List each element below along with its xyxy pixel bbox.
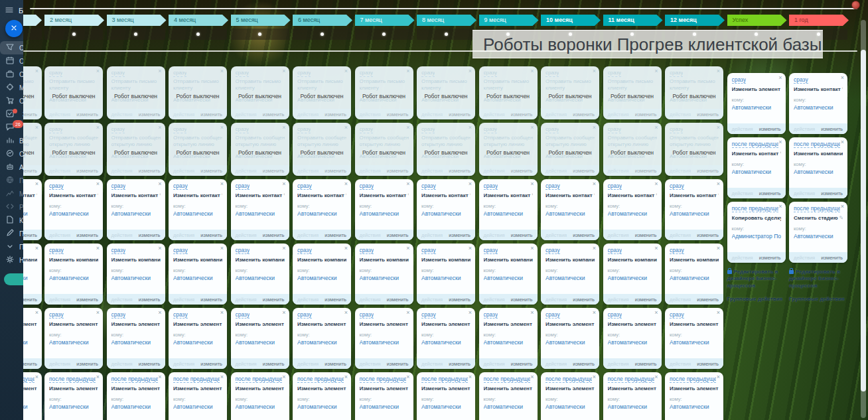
robot-edit-link[interactable]: изменить <box>76 111 98 117</box>
robot-actions-link[interactable]: действия <box>545 361 567 367</box>
card-close-icon[interactable]: × <box>158 124 161 131</box>
robot-assignee-link[interactable]: Автоматически <box>484 339 533 346</box>
robot-assignee-link[interactable]: Автоматически <box>670 275 719 281</box>
card-close-icon[interactable]: × <box>96 124 100 131</box>
robot-actions-link[interactable]: действия <box>111 232 133 238</box>
robot-trigger-link[interactable]: после предыдущего, п... <box>484 376 530 383</box>
card-close-icon[interactable]: × <box>593 68 596 74</box>
robot-edit-link[interactable]: изменить <box>449 232 470 238</box>
robot-edit-link[interactable]: изменить <box>511 111 533 117</box>
robot-assignee-link[interactable]: Автоматически <box>608 403 657 410</box>
card-close-icon[interactable]: × <box>344 68 348 74</box>
robot-action-link[interactable]: Изменить элемент✎ <box>670 385 719 391</box>
robot-edit-link[interactable]: изменить <box>821 255 843 261</box>
robot-edit-link[interactable]: изменить <box>387 111 409 117</box>
designer-link[interactable]: Редактировать в дизайнере Бизнес-процесс… <box>789 269 847 289</box>
robot-actions-link[interactable]: действия <box>670 297 691 303</box>
robot-edit-link[interactable]: изменить <box>387 297 409 303</box>
robot-trigger-link[interactable]: сразу <box>297 182 312 190</box>
stage-tab-1 год[interactable]: 1 год <box>789 15 849 26</box>
robot-actions-link[interactable]: действия <box>297 361 319 367</box>
stage-tab-8 месяц[interactable]: 8 месяц <box>417 15 476 26</box>
robot-assignee-link[interactable]: Автоматически <box>49 275 98 281</box>
card-close-icon[interactable]: × <box>282 309 285 316</box>
robot-edit-link[interactable]: изменить <box>511 361 533 367</box>
robot-assignee-link[interactable]: Автоматически <box>173 339 222 346</box>
robot-trigger-link[interactable]: сразу <box>545 311 560 318</box>
robot-edit-link[interactable]: изменить <box>263 232 285 238</box>
edit-pencil-icon[interactable]: ✎ <box>839 215 843 221</box>
robot-actions-link[interactable]: действия <box>484 232 505 238</box>
card-close-icon[interactable]: × <box>35 374 38 380</box>
sidebar-logo[interactable]: Б <box>0 0 23 17</box>
card-close-icon[interactable]: × <box>96 309 100 316</box>
card-close-icon[interactable]: × <box>282 374 285 380</box>
robot-trigger-link[interactable]: сразу <box>49 182 64 190</box>
robot-action-link[interactable]: Изменить элемент✎ <box>545 385 595 391</box>
robot-actions-link[interactable]: действия <box>111 111 133 117</box>
robot-trigger-link[interactable]: сразу <box>670 311 684 318</box>
robot-edit-link[interactable]: изменить <box>263 168 285 174</box>
robot-actions-link[interactable]: действия <box>297 297 319 303</box>
edit-pencil-icon[interactable]: ✎ <box>159 192 160 198</box>
robot-action-link[interactable]: Изменить элемент✎ <box>545 321 595 327</box>
robot-assignee-link[interactable]: Автоматически <box>545 339 595 346</box>
sidebar-item-14[interactable]: П <box>0 227 23 240</box>
robot-action-link[interactable]: Изменить компанию✎ <box>608 257 657 263</box>
robot-trigger-link[interactable]: сразу <box>484 182 498 190</box>
robot-trigger-link[interactable]: после предыдущего <box>794 205 840 212</box>
edit-pencil-icon[interactable]: ✎ <box>283 192 284 198</box>
card-close-icon[interactable]: × <box>35 180 38 187</box>
robot-action-link[interactable]: Изменить элемент✎ <box>23 321 37 327</box>
robot-trigger-link[interactable]: сразу <box>173 247 188 254</box>
stage-tab-6 месяц[interactable]: 6 месяц <box>293 15 352 26</box>
card-close-icon[interactable]: × <box>344 309 348 316</box>
robot-action-link[interactable]: Изменить элемент✎ <box>297 321 346 327</box>
robot-action-link[interactable]: Изменить контакт✎ <box>670 192 719 198</box>
robot-action-link[interactable]: Изменить элемент✎ <box>421 321 470 327</box>
robot-edit-link[interactable]: изменить <box>449 361 470 367</box>
robot-action-link[interactable]: Изменить элемент✎ <box>608 385 657 391</box>
robot-actions-link[interactable]: действия <box>421 361 443 367</box>
robot-action-link[interactable]: Изменить контакт✎ <box>545 192 595 198</box>
robot-trigger-link[interactable]: сразу <box>360 311 374 318</box>
robot-edit-link[interactable]: изменить <box>449 111 470 117</box>
robot-actions-link[interactable]: действия <box>670 111 691 117</box>
robot-actions-link[interactable]: действия <box>608 297 629 303</box>
robot-assignee-link[interactable]: Автоматически <box>23 403 37 410</box>
robot-assignee-link[interactable]: Автоматически <box>297 275 346 281</box>
robot-trigger-link[interactable]: сразу <box>545 247 560 254</box>
robot-trigger-link[interactable]: сразу <box>236 247 250 254</box>
card-close-icon[interactable]: × <box>778 139 782 145</box>
stage-tab-11 месяц[interactable]: 11 месяц <box>603 15 663 26</box>
robot-assignee-link[interactable]: Автоматически <box>484 210 533 217</box>
robot-actions-link[interactable]: действия <box>670 361 691 367</box>
card-close-icon[interactable]: × <box>158 309 161 316</box>
robot-action-link[interactable]: Сменить стадию✎ <box>794 215 843 221</box>
robot-actions-link[interactable]: действия <box>49 168 70 174</box>
robot-action-link[interactable]: Изменить контакт✎ <box>173 192 222 198</box>
robot-trigger-link[interactable]: сразу <box>421 182 436 190</box>
robot-trigger-link[interactable]: сразу <box>297 126 311 133</box>
robot-edit-link[interactable]: изменить <box>200 111 222 117</box>
robot-actions-link[interactable]: действия <box>545 232 567 238</box>
card-close-icon[interactable]: × <box>220 374 224 380</box>
robot-trigger-link[interactable]: сразу <box>236 70 249 77</box>
robot-actions-link[interactable]: действия <box>173 297 194 303</box>
card-close-icon[interactable]: × <box>406 374 409 380</box>
robot-actions-link[interactable]: действия <box>421 111 443 117</box>
robot-actions-link[interactable]: действия <box>794 190 815 196</box>
card-close-icon[interactable]: × <box>158 68 161 74</box>
robot-edit-link[interactable]: изменить <box>325 361 346 367</box>
card-close-icon[interactable]: × <box>344 124 348 131</box>
robot-action-link[interactable]: Изменить контакт✎ <box>236 192 285 198</box>
card-close-icon[interactable]: × <box>654 309 658 316</box>
sidebar-close-button[interactable] <box>5 20 23 37</box>
robot-trigger-link[interactable]: сразу <box>608 182 622 190</box>
robot-assignee-link[interactable]: Автоматически <box>49 210 98 217</box>
sidebar-item-16[interactable]: Н <box>0 253 23 267</box>
robot-assignee-link[interactable]: Автоматически <box>297 403 346 410</box>
edit-pencil-icon[interactable]: ✎ <box>36 192 37 198</box>
card-close-icon[interactable]: × <box>220 309 224 316</box>
robot-assignee-link[interactable]: Автоматически <box>236 210 285 217</box>
